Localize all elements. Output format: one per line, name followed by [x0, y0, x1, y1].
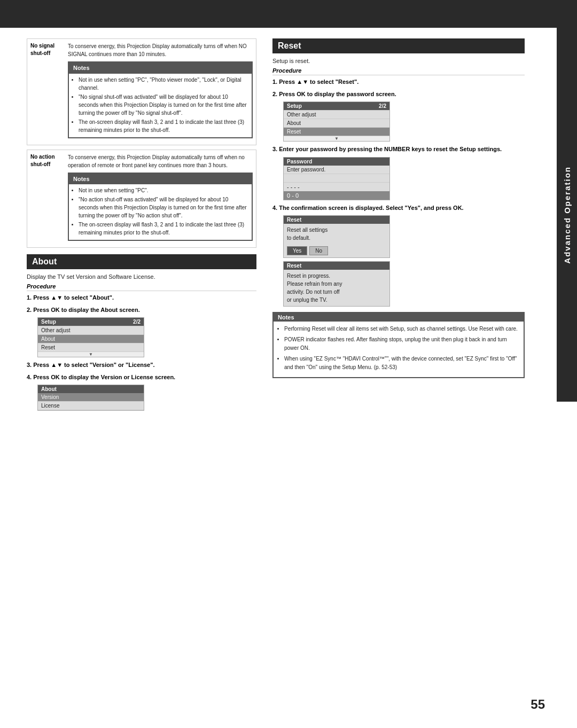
list-item: When using "EZ Sync™ "HDAVI Control™"", … — [284, 355, 519, 372]
right-column: Reset Setup is reset. Procedure 1. Press… — [272, 38, 550, 414]
reset-notes-title: Notes — [274, 313, 524, 322]
inprogress-screen: Reset Reset in progress.Please refrain f… — [283, 261, 390, 307]
reset-notes: Notes Performing Reset will clear all it… — [272, 312, 525, 378]
setup-row-reset: Reset — [38, 343, 144, 352]
reset-step1: 1. Press ▲▼ to select "Reset". — [272, 77, 525, 87]
password-label: Enter password. — [284, 166, 389, 174]
list-item: The on-screen display will flash 3, 2 an… — [79, 118, 247, 134]
reset-setup-screen: Setup 2/2 Other adjust About Reset ▼ — [283, 101, 390, 142]
reset-arrow: ▼ — [284, 136, 389, 141]
no-signal-content: To conserve energy, this Projection Disp… — [68, 42, 253, 142]
list-item: Not in use when setting "PC". — [79, 186, 247, 194]
about-title: About — [27, 254, 256, 269]
confirm-screen: Reset Reset all settingsto default. Yes … — [283, 215, 390, 258]
no-action-row: No actionshut-off To conserve energy, th… — [27, 150, 256, 248]
about-setup-screen: Setup 2/2 Other adjust About Reset ▼ — [37, 317, 144, 357]
page-number: 55 — [531, 697, 545, 712]
confirm-buttons: Yes No — [284, 244, 389, 257]
password-input — [284, 174, 389, 183]
about-section: About Display the TV set Version and Sof… — [27, 254, 256, 411]
page-wrapper: Advanced Operation No signalshut-off To … — [0, 0, 577, 728]
setup-screen-header: Setup 2/2 — [38, 318, 144, 326]
reset-setup-other: Other adjust — [284, 111, 389, 119]
about-procedure: Procedure — [27, 283, 256, 291]
inprogress-body: Reset in progress.Please refrain from an… — [284, 270, 389, 306]
reset-step2: 2. Press OK to display the password scre… — [272, 90, 525, 99]
reset-title: Reset — [272, 38, 525, 53]
no-signal-label: No signalshut-off — [30, 42, 68, 142]
reset-step3: 3. Enter your password by pressing the N… — [272, 145, 525, 154]
notes-title-1: Notes — [69, 62, 252, 74]
setup-arrow: ▼ — [38, 352, 144, 357]
list-item: "No action shut-off was activated" will … — [79, 195, 247, 220]
no-action-content: To conserve energy, this Projection Disp… — [68, 153, 253, 245]
setup-row-other: Other adjust — [38, 326, 144, 335]
password-numbers: 0 - 0 — [284, 191, 389, 200]
reset-setup-about: About — [284, 119, 389, 128]
password-header: Password — [284, 158, 389, 166]
about-screen-header: About — [38, 385, 144, 393]
list-item: Not in use when setting "PC", "Photo vie… — [79, 76, 247, 92]
top-banner — [0, 0, 577, 28]
no-signal-row: No signalshut-off To conserve energy, th… — [27, 38, 256, 145]
notes-content-1: Not in use when setting "PC", "Photo vie… — [73, 76, 247, 134]
list-item: POWER indicator flashes red. After flash… — [284, 335, 519, 353]
left-column: No signalshut-off To conserve energy, th… — [27, 38, 256, 414]
list-item: "No signal shut-off was activated" will … — [79, 93, 247, 117]
setup-row-about: About — [38, 335, 144, 343]
about-step1: 1. Press ▲▼ to select "About". — [27, 293, 256, 302]
side-label-text: Advanced Operation — [563, 166, 572, 264]
reset-setup-reset: Reset — [284, 128, 389, 136]
reset-section: Reset Setup is reset. Procedure 1. Press… — [272, 38, 525, 378]
confirm-body: Reset all settingsto default. — [284, 224, 389, 244]
about-step2: 2. Press OK to display the About screen. — [27, 306, 256, 315]
notes-content-2: Not in use when setting "PC". "No action… — [73, 186, 247, 237]
password-screen: Password Enter password. ---- 0 - 0 — [283, 157, 390, 200]
reset-procedure: Procedure — [272, 67, 525, 75]
main-content: No signalshut-off To conserve energy, th… — [0, 28, 577, 425]
about-step3: 3. Press ▲▼ to select "Version" or "Lice… — [27, 361, 256, 370]
no-action-label: No actionshut-off — [30, 153, 68, 245]
reset-step4: 4. The confirmation screen is displayed.… — [272, 203, 525, 213]
confirm-header: Reset — [284, 216, 389, 224]
notes-title-2: Notes — [69, 174, 252, 185]
about-row-license: License — [38, 402, 144, 410]
confirm-yes[interactable]: Yes — [287, 246, 307, 255]
notes-box-2: Notes Not in use when setting "PC". "No … — [68, 173, 253, 241]
notes-box-1: Notes Not in use when setting "PC", "Pho… — [68, 61, 253, 138]
reset-notes-content: Performing Reset will clear all items se… — [278, 325, 519, 372]
side-label: Advanced Operation — [557, 28, 577, 402]
about-step4: 4. Press OK to display the Version or Li… — [27, 373, 256, 382]
confirm-no[interactable]: No — [309, 246, 328, 255]
about-row-version: Version — [38, 393, 144, 402]
reset-setup-header: Setup 2/2 — [284, 102, 389, 111]
password-dashes: ---- — [284, 183, 389, 191]
list-item: Performing Reset will clear all items se… — [284, 325, 519, 333]
about-screen-mock: About Version License — [37, 385, 144, 411]
inprogress-header: Reset — [284, 262, 389, 270]
list-item: The on-screen display will flash 3, 2 an… — [79, 221, 247, 237]
